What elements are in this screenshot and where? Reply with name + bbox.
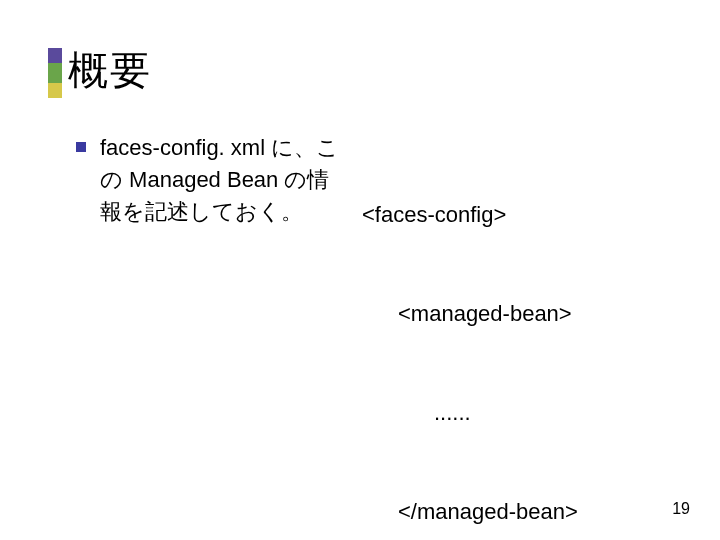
code-line: <faces-config> [362,198,672,231]
body-columns: faces-config. xml に、この Managed Bean の情報を… [48,132,672,540]
bullet-square-icon [76,142,86,152]
title-accent-bar [48,48,62,98]
page-number: 19 [672,500,690,518]
right-column: <faces-config> <managed-bean> ...... </m… [362,132,672,540]
code-line: <managed-bean> [362,297,672,330]
code-line: ...... [362,396,672,429]
code-line: </managed-bean> [362,495,672,528]
bullet-item: faces-config. xml に、この Managed Bean の情報を… [76,132,346,228]
left-column: faces-config. xml に、この Managed Bean の情報を… [76,132,346,540]
slide: 概要 faces-config. xml に、この Managed Bean の… [0,0,720,540]
code-block: <faces-config> <managed-bean> ...... </m… [362,132,672,540]
bullet-text: faces-config. xml に、この Managed Bean の情報を… [100,132,346,228]
page-title: 概要 [68,48,152,92]
title-block: 概要 [48,48,672,98]
